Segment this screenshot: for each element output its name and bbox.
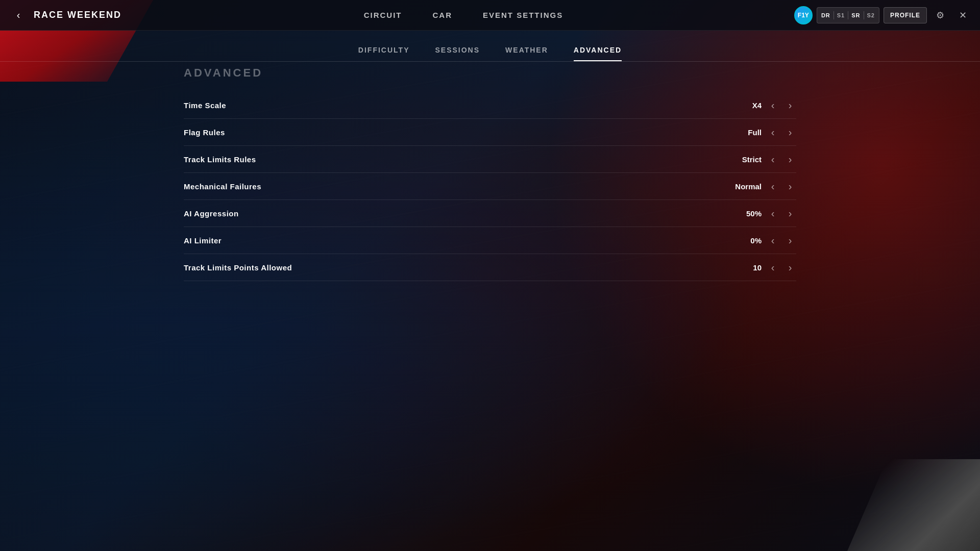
badge-divider-3 (864, 11, 864, 19)
avatar-button[interactable]: F1Y (794, 6, 813, 24)
setting-control-time-scale: X4 (731, 99, 796, 111)
setting-value-track-limits: Strict (731, 155, 762, 164)
setting-row-ai-limiter: AI Limiter 0% (184, 227, 796, 254)
setting-row-track-limits-points: Track Limits Points Allowed 10 (184, 254, 796, 281)
ai-limiter-prev[interactable] (767, 234, 779, 246)
badge-s1[interactable]: S1 (837, 12, 845, 18)
time-scale-next[interactable] (784, 99, 796, 111)
tab-sessions[interactable]: SESSIONS (435, 46, 480, 61)
setting-row-ai-aggression: AI Aggression 50% (184, 200, 796, 227)
setting-control-track-limits: Strict (731, 153, 796, 165)
badge-s2[interactable]: S2 (867, 12, 875, 18)
setting-value-track-limits-points: 10 (731, 263, 762, 272)
setting-value-ai-aggression: 50% (731, 209, 762, 218)
header-left: ‹ RACE WEEKEND (0, 7, 133, 23)
badge-sr[interactable]: SR (851, 12, 860, 18)
header-right: F1Y DR S1 SR S2 PROFILE ⚙ ✕ (794, 6, 980, 24)
driver-badges: DR S1 SR S2 (817, 7, 879, 23)
setting-control-ai-limiter: 0% (731, 234, 796, 246)
ai-aggression-prev[interactable] (767, 207, 779, 219)
settings-icon-button[interactable]: ⚙ (931, 6, 949, 24)
tab-weather[interactable]: WEATHER (505, 46, 548, 61)
setting-row-time-scale: Time Scale X4 (184, 92, 796, 119)
profile-button[interactable]: PROFILE (884, 7, 927, 23)
header-nav: CIRCUIT CAR EVENT SETTINGS (133, 8, 794, 22)
track-limits-points-next[interactable] (784, 261, 796, 273)
close-button[interactable]: ✕ (953, 6, 972, 24)
tab-difficulty[interactable]: DIFFICULTY (358, 46, 410, 61)
setting-label-mechanical-failures: Mechanical Failures (184, 182, 261, 191)
nav-car[interactable]: CAR (433, 8, 453, 22)
setting-label-track-limits-points: Track Limits Points Allowed (184, 263, 292, 272)
separator (0, 61, 980, 62)
track-limits-points-prev[interactable] (767, 261, 779, 273)
setting-row-flag-rules: Flag Rules Full (184, 119, 796, 146)
setting-control-track-limits-points: 10 (731, 261, 796, 273)
header: ‹ RACE WEEKEND CIRCUIT CAR EVENT SETTING… (0, 0, 980, 31)
nav-circuit[interactable]: CIRCUIT (364, 8, 402, 22)
badge-divider-2 (848, 11, 848, 19)
setting-value-mechanical-failures: Normal (731, 182, 762, 191)
setting-label-ai-limiter: AI Limiter (184, 236, 222, 245)
ai-limiter-next[interactable] (784, 234, 796, 246)
setting-value-ai-limiter: 0% (731, 236, 762, 245)
track-limits-prev[interactable] (767, 153, 779, 165)
settings-list: Time Scale X4 Flag Rules Full Track Limi… (184, 92, 796, 281)
setting-value-time-scale: X4 (731, 101, 762, 110)
setting-control-ai-aggression: 50% (731, 207, 796, 219)
section-title: ADVANCED (184, 66, 796, 80)
flag-rules-prev[interactable] (767, 126, 779, 138)
badge-divider-1 (834, 11, 834, 19)
subnav: DIFFICULTY SESSIONS WEATHER ADVANCED (0, 31, 980, 61)
track-limits-next[interactable] (784, 153, 796, 165)
mechanical-failures-next[interactable] (784, 180, 796, 192)
time-scale-prev[interactable] (767, 99, 779, 111)
back-button[interactable]: ‹ (10, 7, 27, 23)
setting-row-mechanical-failures: Mechanical Failures Normal (184, 173, 796, 200)
main-content: ADVANCED Time Scale X4 Flag Rules Full T… (184, 66, 796, 281)
nav-event-settings[interactable]: EVENT SETTINGS (483, 8, 563, 22)
setting-row-track-limits: Track Limits Rules Strict (184, 146, 796, 173)
setting-control-flag-rules: Full (731, 126, 796, 138)
setting-label-time-scale: Time Scale (184, 101, 226, 110)
setting-label-flag-rules: Flag Rules (184, 128, 225, 137)
page-title: RACE WEEKEND (34, 10, 121, 20)
setting-control-mechanical-failures: Normal (731, 180, 796, 192)
tab-advanced[interactable]: ADVANCED (574, 46, 622, 61)
flag-rules-next[interactable] (784, 126, 796, 138)
setting-label-track-limits: Track Limits Rules (184, 155, 256, 164)
ai-aggression-next[interactable] (784, 207, 796, 219)
mechanical-failures-prev[interactable] (767, 180, 779, 192)
setting-label-ai-aggression: AI Aggression (184, 209, 239, 218)
setting-value-flag-rules: Full (731, 128, 762, 137)
badge-dr[interactable]: DR (821, 12, 830, 18)
